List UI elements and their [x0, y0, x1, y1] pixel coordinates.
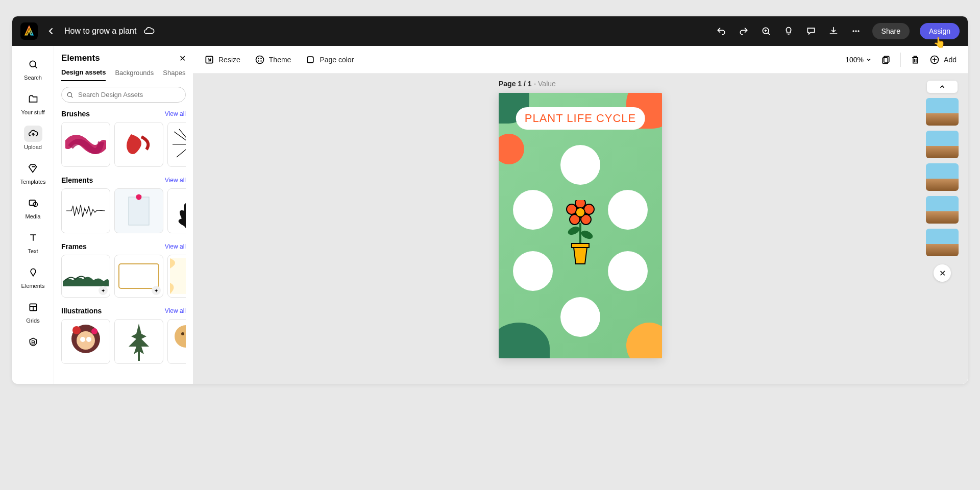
section-title-brushes: Brushes — [61, 110, 90, 118]
rail-search[interactable]: Search — [17, 52, 49, 85]
svg-point-27 — [72, 326, 81, 334]
cloud-sync-icon[interactable] — [143, 26, 155, 37]
rail-text[interactable]: Text — [17, 226, 49, 258]
element-asset[interactable] — [114, 188, 163, 233]
flower-pot-icon — [562, 200, 598, 266]
brush-asset[interactable] — [114, 122, 163, 167]
rail-label: Elements — [21, 283, 45, 289]
view-all-frames[interactable]: View all — [165, 243, 186, 250]
svg-point-31 — [181, 332, 184, 335]
svg-point-2 — [855, 30, 856, 32]
rail-label: Your stuff — [21, 109, 45, 115]
share-button[interactable]: Share — [872, 23, 910, 39]
rail-label: Grids — [26, 317, 39, 324]
divider — [900, 53, 901, 67]
canvas-page[interactable]: PLANT LIFE CYCLE — [499, 93, 662, 358]
search-input[interactable] — [61, 87, 186, 103]
view-all-elements[interactable]: View all — [165, 177, 186, 184]
svg-point-38 — [260, 58, 262, 59]
frame-asset[interactable]: ✦ — [61, 255, 110, 298]
section-title-illustrations: Illustrations — [61, 307, 102, 315]
svg-rect-20 — [129, 197, 149, 225]
svg-point-39 — [258, 60, 259, 62]
svg-rect-21 — [119, 264, 159, 288]
undo-button[interactable] — [715, 25, 727, 37]
delete-button[interactable] — [910, 55, 920, 65]
illustration-asset[interactable] — [114, 319, 163, 364]
rail-grids[interactable]: Grids — [17, 295, 49, 328]
page-label: Page 1 / 1 - Value — [499, 80, 662, 88]
svg-point-40 — [260, 60, 262, 62]
canvas-area[interactable]: Page 1 / 1 - Value PLANT LIFE CYCLE — [193, 74, 968, 384]
left-rail: Search Your stuff Upload Templates Media… — [12, 46, 54, 384]
rail-label: Search — [24, 75, 42, 81]
svg-point-4 — [30, 61, 36, 67]
back-button[interactable] — [45, 25, 57, 37]
rail-media[interactable]: Media — [17, 191, 49, 224]
rail-upload[interactable]: Upload — [17, 121, 49, 154]
zoom-control[interactable]: 100% — [845, 56, 872, 64]
duplicate-page-button[interactable] — [881, 55, 891, 65]
svg-line-13 — [177, 144, 186, 157]
element-asset[interactable] — [167, 188, 186, 233]
rail-your-stuff[interactable]: Your stuff — [17, 87, 49, 119]
resize-button[interactable]: Resize — [204, 55, 240, 65]
comment-icon[interactable] — [805, 25, 817, 37]
strip-collapse-button[interactable] — [927, 81, 958, 93]
frame-asset[interactable]: ✦ — [114, 255, 163, 298]
redo-button[interactable] — [738, 25, 750, 37]
tab-shapes[interactable]: Shapes — [163, 69, 185, 81]
illustration-asset[interactable] — [61, 319, 110, 364]
brush-asset[interactable] — [167, 122, 186, 167]
rail-label: Upload — [24, 144, 42, 150]
view-all-brushes[interactable]: View all — [165, 110, 186, 117]
add-page-button[interactable]: Add — [929, 55, 957, 65]
zoom-to-fit-icon[interactable] — [760, 25, 772, 37]
page-thumbnail[interactable] — [926, 131, 959, 158]
svg-point-46 — [567, 225, 581, 237]
illustration-asset[interactable] — [167, 319, 186, 364]
tab-backgrounds[interactable]: Backgrounds — [115, 69, 154, 81]
rail-elements[interactable]: Elements — [17, 260, 49, 293]
elements-panel: Elements ✕ Design assets Backgrounds Sha… — [54, 46, 193, 384]
tab-design-assets[interactable]: Design assets — [61, 68, 106, 81]
cycle-circle — [608, 190, 648, 230]
rail-brands[interactable] — [17, 330, 49, 354]
panel-title: Elements — [61, 53, 100, 63]
brush-asset[interactable] — [61, 122, 110, 167]
document-title[interactable]: How to grow a plant — [64, 27, 136, 36]
rail-label: Templates — [20, 179, 45, 185]
page-thumbnail[interactable] — [926, 196, 959, 224]
page-thumbnail[interactable] — [926, 229, 959, 256]
section-title-elements: Elements — [61, 176, 93, 184]
svg-rect-41 — [308, 57, 314, 63]
rail-label: Media — [26, 213, 41, 219]
frame-asset[interactable] — [167, 255, 186, 298]
page-thumbnail[interactable] — [926, 163, 959, 191]
lightbulb-icon[interactable] — [782, 25, 795, 37]
svg-point-1 — [852, 30, 854, 32]
canvas-ribbon: Resize Theme Page color 100% Add — [193, 46, 968, 74]
decoration-flower — [626, 323, 662, 358]
strip-close-button[interactable]: ✕ — [934, 264, 951, 282]
download-icon[interactable] — [827, 25, 840, 37]
decoration-flower — [499, 134, 524, 164]
cycle-circle — [513, 190, 553, 230]
cycle-circle — [513, 251, 553, 291]
ai-badge-icon: ✦ — [152, 286, 161, 295]
cycle-circle — [608, 251, 648, 291]
page-color-button[interactable]: Page color — [305, 55, 354, 65]
close-panel-button[interactable]: ✕ — [179, 54, 186, 63]
assign-button[interactable]: Assign — [920, 23, 960, 39]
theme-button[interactable]: Theme — [255, 55, 291, 65]
page-thumbnail[interactable] — [926, 98, 959, 126]
ai-badge-icon: ✦ — [99, 286, 108, 295]
more-menu-icon[interactable] — [850, 25, 862, 37]
view-all-illustrations[interactable]: View all — [165, 307, 186, 314]
app-logo[interactable] — [20, 22, 38, 40]
pages-strip: ✕ — [926, 81, 959, 282]
svg-point-47 — [580, 229, 594, 241]
rail-templates[interactable]: Templates — [17, 156, 49, 189]
element-asset[interactable] — [61, 188, 110, 233]
svg-point-28 — [91, 328, 97, 334]
